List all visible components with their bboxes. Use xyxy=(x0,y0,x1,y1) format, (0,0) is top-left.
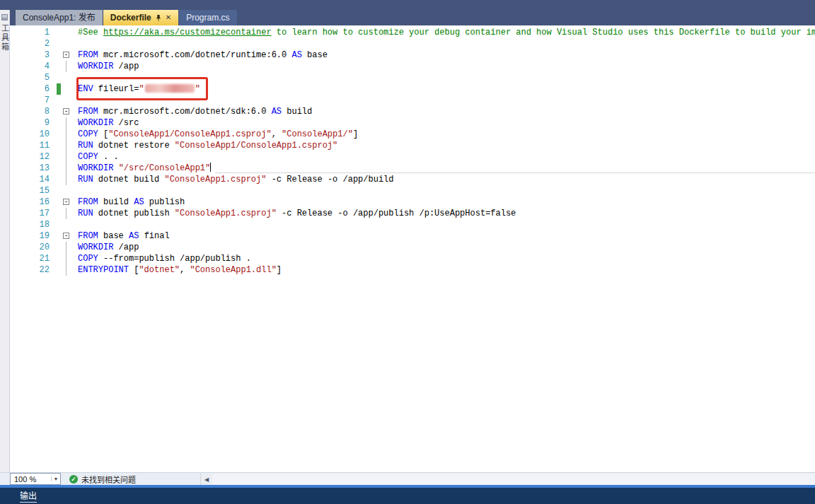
code-line[interactable]: 22ENTRYPOINT ["dotnet", "ConsoleApp1.dll… xyxy=(10,264,815,276)
code-line[interactable]: 6ENV fileurl="" xyxy=(10,83,815,95)
toolbox-collapsed-tab[interactable]: 工具箱 xyxy=(0,10,10,485)
code-text: FROM base AS final xyxy=(72,230,170,242)
fold-collapse-button[interactable]: - xyxy=(61,230,72,242)
scroll-left-button[interactable]: ◀ xyxy=(201,474,212,485)
fold-minus-icon[interactable]: - xyxy=(63,52,69,58)
code-line[interactable]: 19-FROM base AS final xyxy=(10,230,815,242)
code-token: #See xyxy=(78,28,103,37)
fold-minus-icon[interactable]: - xyxy=(63,108,69,115)
code-text: FROM mcr.microsoft.com/dotnet/runtime:6.… xyxy=(72,49,328,61)
chevron-down-icon[interactable]: ▼ xyxy=(51,476,60,481)
line-number: 7 xyxy=(10,95,50,106)
line-number: 11 xyxy=(10,140,50,151)
code-text xyxy=(72,72,78,83)
tab-consoleapp1-publish[interactable]: ConsoleApp1: 发布 xyxy=(16,10,103,25)
tab-output[interactable]: 输出 xyxy=(20,489,37,503)
code-token: RUN xyxy=(78,141,93,151)
check-icon: ✓ xyxy=(69,475,78,484)
code-token: ENV xyxy=(78,84,93,94)
code-token: FROM xyxy=(78,50,98,60)
code-line[interactable]: 9WORKDIR /src xyxy=(10,117,815,129)
code-token: AS xyxy=(291,50,301,60)
code-token: -c Release -o /app/build xyxy=(266,175,393,184)
fold-gutter xyxy=(61,219,72,230)
pin-icon[interactable] xyxy=(155,14,162,22)
fold-gutter xyxy=(61,140,72,151)
code-line[interactable]: 1#See https://aka.ms/customizecontainer … xyxy=(10,27,815,38)
code-token: --from=publish /app/publish . xyxy=(98,254,251,264)
document-health-indicator[interactable]: ✓ 未找到相关问题 xyxy=(69,474,136,485)
code-line[interactable]: 14RUN dotnet build "ConsoleApp1.csproj" … xyxy=(10,174,815,185)
tab-program-cs[interactable]: Program.cs xyxy=(179,10,236,25)
code-line[interactable]: 20WORKDIR /app xyxy=(10,242,815,253)
code-editor[interactable]: 1#See https://aka.ms/customizecontainer … xyxy=(10,25,815,472)
fold-gutter xyxy=(61,38,72,49)
toolbox-icon xyxy=(1,14,8,20)
code-token: COPY xyxy=(78,152,98,162)
code-token: dotnet restore xyxy=(93,141,175,151)
code-line[interactable]: 21COPY --from=publish /app/publish . xyxy=(10,253,815,264)
fold-minus-icon[interactable]: - xyxy=(63,233,69,239)
document-tab-bar: ConsoleApp1: 发布 Dockerfile ✕ Program.cs xyxy=(0,0,815,25)
line-number: 12 xyxy=(10,151,50,163)
code-line[interactable]: 3-FROM mcr.microsoft.com/dotnet/runtime:… xyxy=(10,49,815,61)
fold-gutter xyxy=(61,163,72,174)
code-line[interactable]: 11RUN dotnet restore "ConsoleApp1/Consol… xyxy=(10,140,815,151)
line-number: 9 xyxy=(10,117,50,129)
comment-link[interactable]: https://aka.ms/customizecontainer xyxy=(103,28,272,37)
code-line[interactable]: 8-FROM mcr.microsoft.com/dotnet/sdk:6.0 … xyxy=(10,106,815,117)
code-text: WORKDIR /app xyxy=(72,61,139,72)
line-number: 10 xyxy=(10,129,50,140)
code-line[interactable]: 16-FROM build AS publish xyxy=(10,197,815,208)
code-token: /src xyxy=(113,118,139,128)
code-text xyxy=(72,95,78,106)
fold-collapse-button[interactable]: - xyxy=(61,49,72,61)
fold-collapse-button[interactable]: - xyxy=(61,106,72,117)
code-token: [ xyxy=(98,129,108,139)
tab-dockerfile[interactable]: Dockerfile ✕ xyxy=(103,10,178,25)
code-token: mcr.microsoft.com/dotnet/runtime:6.0 xyxy=(98,50,292,60)
code-line[interactable]: 5 xyxy=(10,72,815,83)
code-line[interactable]: 18 xyxy=(10,219,815,230)
code-text: FROM mcr.microsoft.com/dotnet/sdk:6.0 AS… xyxy=(72,106,312,117)
code-token: AS xyxy=(129,231,139,241)
scrollbar-track[interactable] xyxy=(212,474,815,485)
fold-gutter xyxy=(61,264,72,276)
code-token: fileurl= xyxy=(93,84,139,94)
zoom-selector[interactable]: 100 % ▼ xyxy=(10,473,61,485)
code-token: WORKDIR xyxy=(78,242,113,252)
code-line[interactable]: 7 xyxy=(10,95,815,106)
code-line[interactable]: 13WORKDIR "/src/ConsoleApp1" xyxy=(10,163,815,174)
fold-minus-icon[interactable]: - xyxy=(63,199,69,205)
line-number: 22 xyxy=(10,264,50,276)
fold-collapse-button[interactable]: - xyxy=(61,197,72,208)
code-line[interactable]: 15 xyxy=(10,185,815,197)
code-text: RUN dotnet build "ConsoleApp1.csproj" -c… xyxy=(72,174,394,185)
code-text: RUN dotnet publish "ConsoleApp1.csproj" … xyxy=(72,208,516,219)
code-token: build xyxy=(282,107,312,117)
line-number: 4 xyxy=(10,61,50,72)
code-token: , xyxy=(272,129,282,139)
code-token: RUN xyxy=(78,209,93,218)
code-token: "ConsoleApp1.csproj" xyxy=(164,175,266,184)
code-line[interactable]: 12COPY . . xyxy=(10,151,815,163)
code-text: WORKDIR /app xyxy=(72,242,139,253)
line-number: 14 xyxy=(10,174,50,185)
code-token: " xyxy=(139,84,144,94)
code-token: to learn how to customize your debug con… xyxy=(272,28,815,37)
code-line[interactable]: 2 xyxy=(10,38,815,49)
tab-label: Dockerfile xyxy=(110,10,151,25)
close-icon[interactable]: ✕ xyxy=(166,14,171,21)
code-token: [ xyxy=(129,265,139,275)
code-token: COPY xyxy=(78,129,98,139)
redacted-value xyxy=(145,84,195,93)
code-line[interactable]: 4WORKDIR /app xyxy=(10,61,815,72)
horizontal-scrollbar[interactable]: ◀ xyxy=(200,474,815,485)
code-text: RUN dotnet restore "ConsoleApp1/ConsoleA… xyxy=(72,140,337,151)
fold-gutter xyxy=(61,253,72,264)
code-line[interactable]: 17RUN dotnet publish "ConsoleApp1.csproj… xyxy=(10,208,815,219)
code-token: "/src/ConsoleApp1" xyxy=(119,163,211,173)
text-cursor xyxy=(210,163,211,172)
code-token: COPY xyxy=(78,254,98,264)
code-line[interactable]: 10COPY ["ConsoleApp1/ConsoleApp1.csproj"… xyxy=(10,129,815,140)
